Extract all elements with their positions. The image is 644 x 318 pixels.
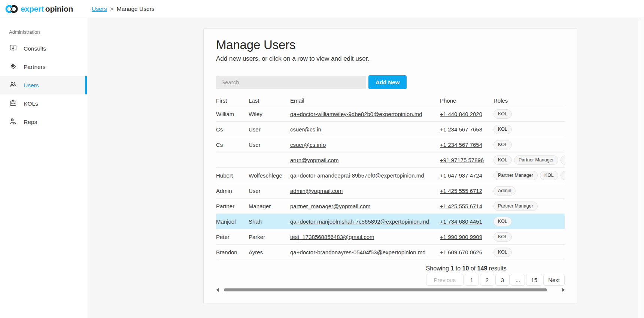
users-icon	[9, 81, 17, 90]
column-header-roles: Roles	[493, 97, 565, 104]
cell-roles: KOL	[493, 140, 565, 149]
column-header-phone: Phone	[440, 97, 493, 104]
table-row[interactable]: Cs User csuer@cs.in +1 234 567 7653 KOL	[216, 122, 565, 137]
brand-word-opinion: opinion	[45, 4, 73, 13]
table-row[interactable]: Cs User csuer@cs.info +1 234 567 7654 KO…	[216, 137, 565, 152]
role-badge: Admin	[561, 171, 565, 180]
scrollbar-thumb[interactable]	[224, 288, 547, 291]
role-badge: KOL	[493, 155, 512, 165]
scroll-left-icon[interactable]	[216, 288, 219, 292]
page-button-3[interactable]: 3	[495, 274, 510, 286]
email-link[interactable]: arun@yopmail.com	[290, 157, 338, 163]
sidebar-item-consults[interactable]: Consults	[0, 39, 87, 58]
email-link[interactable]: qa+doctor-manjoolmshah-7c565892@expertop…	[290, 218, 429, 225]
phone-link[interactable]: +1 234 567 7654	[440, 142, 482, 148]
page-subtitle: Add new users, or click on a row to view…	[216, 55, 565, 63]
sidebar-item-label: Consults	[24, 45, 46, 52]
sidebar-item-label: Partners	[24, 64, 46, 70]
page-scrollbar[interactable]	[638, 18, 644, 318]
breadcrumb-current: Manage Users	[117, 6, 155, 12]
table-row[interactable]: Peter Parker test_1738568856483@gmail.co…	[216, 229, 565, 245]
toolbar: Add New	[216, 75, 565, 89]
breadcrumb-link-users[interactable]: Users	[92, 6, 107, 12]
users-table: First Last Email Phone Roles William Wil…	[216, 95, 565, 260]
table-row[interactable]: William Wiley qa+doctor-williamwiley-9db…	[216, 106, 565, 122]
sidebar-item-label: KOLs	[24, 100, 38, 107]
cell-first: Peter	[216, 234, 249, 240]
cell-first: Cs	[216, 142, 249, 148]
sidebar-section-label: Administration	[0, 29, 87, 35]
scrollbar-track[interactable]	[221, 288, 560, 291]
role-badge: KOL	[540, 171, 558, 180]
phone-link[interactable]: +1 647 987 4724	[440, 172, 482, 179]
role-badge: Partner Manager	[493, 202, 538, 211]
cell-first: Hubert	[216, 172, 249, 179]
phone-link[interactable]: +1 425 555 6712	[440, 188, 482, 194]
sidebar-item-label: Users	[24, 82, 39, 89]
table-body: William Wiley qa+doctor-williamwiley-9db…	[216, 106, 565, 260]
role-badge: KOL	[493, 217, 512, 226]
role-badge: KOL	[493, 248, 512, 257]
sidebar-item-partners[interactable]: Partners	[0, 58, 87, 76]
horizontal-scrollbar[interactable]	[216, 288, 565, 292]
phone-link[interactable]: +1 425 555 6714	[440, 203, 482, 209]
sidebar-item-kols[interactable]: KOLs	[0, 94, 87, 113]
sidebar-item-reps[interactable]: Reps	[0, 113, 87, 131]
cell-roles: Admin	[493, 186, 565, 196]
cell-first: William	[216, 111, 249, 117]
phone-link[interactable]: +1 234 567 7653	[440, 126, 482, 133]
email-link[interactable]: qa+doctor-amandeeprai-89b57ef0@expertopi…	[290, 172, 424, 179]
role-badge: KOL	[493, 125, 512, 134]
table-row[interactable]: Brandon Ayres qa+doctor-brandonayres-054…	[216, 245, 565, 260]
add-new-button[interactable]: Add New	[368, 75, 407, 89]
page-button-2[interactable]: 2	[480, 274, 494, 286]
phone-link[interactable]: +1 734 680 4451	[440, 218, 482, 225]
cell-first: Brandon	[216, 249, 249, 255]
sidebar: expertopinion Administration Consults	[0, 0, 87, 318]
email-link[interactable]: qa+doctor-brandonayres-05404f53@expertop…	[290, 249, 426, 255]
table-row[interactable]: arun@yopmail.com +91 97175 57896 KOLPart…	[216, 152, 565, 168]
scroll-right-icon[interactable]	[562, 288, 565, 292]
column-header-email: Email	[290, 97, 440, 104]
cell-last: User	[249, 188, 290, 194]
phone-link[interactable]: +91 97175 57896	[440, 157, 484, 163]
email-link[interactable]: partner_manager@yopmail.com	[290, 203, 371, 209]
logo[interactable]: expertopinion	[0, 0, 87, 18]
topbar: Users > Manage Users	[87, 0, 644, 18]
cell-roles: Partner ManagerKOLAdmin	[493, 171, 565, 180]
search-input[interactable]	[216, 76, 366, 89]
email-link[interactable]: admin@yopmail.com	[290, 188, 343, 194]
cell-first: Cs	[216, 126, 249, 133]
page-button-1[interactable]: 1	[465, 274, 479, 286]
cell-roles: KOL	[493, 248, 565, 257]
phone-link[interactable]: +1 609 670 0626	[440, 249, 482, 255]
phone-link[interactable]: +1 990 900 9909	[440, 234, 482, 240]
brand-name: expertopinion	[21, 4, 73, 13]
email-link[interactable]: csuer@cs.info	[290, 142, 326, 148]
table-row[interactable]: Manjool Shah qa+doctor-manjoolmshah-7c56…	[216, 214, 565, 229]
cell-last: Parker	[249, 234, 290, 240]
cell-roles: Partner Manager	[493, 202, 565, 211]
page-button-ellipsis[interactable]: ...	[511, 274, 525, 286]
table-row[interactable]: Partner Manager partner_manager@yopmail.…	[216, 199, 565, 214]
role-badge: Partner Manager	[493, 171, 538, 180]
main-area: Manage Users Add new users, or click on …	[87, 18, 644, 318]
phone-link[interactable]: +1 440 840 2020	[440, 111, 482, 117]
column-header-first: First	[216, 97, 249, 104]
pagination: Previous123...15Next	[426, 274, 565, 286]
email-link[interactable]: csuer@cs.in	[290, 126, 321, 133]
page-button-previous[interactable]: Previous	[426, 274, 464, 286]
page-button-next[interactable]: Next	[543, 274, 565, 286]
table-row[interactable]: Admin User admin@yopmail.com +1 425 555 …	[216, 183, 565, 199]
cell-last: Shah	[249, 218, 290, 225]
role-badge: KOL	[493, 140, 512, 149]
email-link[interactable]: qa+doctor-williamwiley-9dbe82b0@expertop…	[290, 111, 422, 117]
table-row[interactable]: Hubert Wolfeschlege qa+doctor-amandeepra…	[216, 168, 565, 183]
sidebar-item-users[interactable]: Users	[0, 76, 87, 94]
cell-last: Wiley	[249, 111, 290, 117]
page-button-15[interactable]: 15	[526, 274, 542, 286]
role-badge: Admin	[493, 186, 516, 196]
cell-roles: KOL	[493, 217, 565, 226]
cell-roles: KOL	[493, 109, 565, 119]
email-link[interactable]: test_1738568856483@gmail.com	[290, 234, 374, 240]
